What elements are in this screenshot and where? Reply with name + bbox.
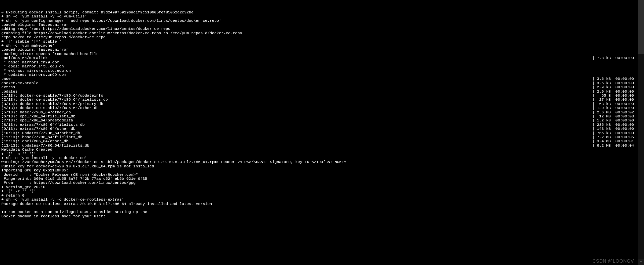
terminal-line: + sh -c 'yum install -y -q docker-ce-roo…	[1, 198, 643, 202]
terminal-line: + sh -c 'yum makecache'	[1, 44, 643, 48]
line-right: | 235 kB 00:00:00	[85, 123, 643, 127]
terminal-line: + sh -c 'yum install -y -q yum-utils'	[1, 14, 643, 18]
terminal-line: (13/13): updates/7/x86_64/filelists_db| …	[1, 144, 643, 148]
line-right: | 120 kB 00:00:00	[99, 106, 643, 110]
scrollbar-track[interactable]: ▴ ▾	[638, 0, 644, 265]
line-right: | 27 kB 00:00:00	[108, 98, 643, 102]
terminal-line: adding repo from: https://download.docke…	[1, 27, 643, 31]
line-right: | 765 kB 00:00:00	[80, 131, 643, 135]
terminal-line: (6/13): epel/x86_64/filelists_db| 12 MB …	[1, 114, 643, 118]
terminal-line: Public key for docker-ce-20.10.8-3.el7.x…	[1, 164, 643, 168]
terminal-line: * extras: mirrors.ustc.edu.cn	[1, 69, 643, 73]
line-left: Metadata Cache Created	[1, 148, 52, 152]
line-right: | 63 kB 00:00:00	[103, 102, 643, 106]
line-left: base	[1, 77, 11, 81]
terminal-line: Docker daemon in rootless mode for your …	[1, 214, 643, 218]
scroll-down-arrow-icon[interactable]: ▾	[638, 259, 644, 265]
scrollbar-thumb[interactable]	[638, 0, 644, 54]
terminal-line: To run Docker as a non-privileged user, …	[1, 210, 643, 214]
line-right: | 2.9 kB 00:00:00	[15, 85, 643, 89]
terminal-line: (12/13): epel/x86_64/other_db| 3.4 MB 00…	[1, 139, 643, 143]
terminal-line: (9/13): extras/7/x86_64/other_db| 143 kB…	[1, 127, 643, 131]
line-left: (7/13): epel/x86_64/prestodelta	[1, 118, 73, 122]
terminal-line: + sh -c 'yum-config-manager --add-repo h…	[1, 19, 643, 23]
terminal-line: + version_gte 20.10	[1, 185, 643, 189]
line-left: * updates: mirrors.cn99.com	[1, 73, 66, 77]
line-left: (4/13): docker-ce-stable/7/x86_64/other_…	[1, 106, 99, 110]
line-right: | 6.2 MB 00:00:04	[89, 144, 643, 148]
line-left: From : https://download.docker.com/linux…	[1, 181, 136, 185]
terminal-line: (4/13): docker-ce-stable/7/x86_64/other_…	[1, 106, 643, 110]
line-right: | 7.2 MB 00:00:05	[83, 135, 643, 139]
line-right: | 3.4 MB 00:00:01	[68, 139, 643, 143]
terminal-line: Loaded plugins: fastestmirror	[1, 48, 643, 52]
terminal-line: repo saved to /etc/yum.repos.d/docker-ce…	[1, 35, 643, 39]
terminal-line: + '[' -n '' ']'	[1, 152, 643, 156]
terminal-line: (8/13): extras/7/x86_64/filelists_db| 23…	[1, 123, 643, 127]
terminal-line: epel/x86_64/metalink| 7.8 kB 00:00:00	[1, 56, 643, 60]
terminal-line: (5/13): base/7/x86_64/other_db| 2.6 MB 0…	[1, 110, 643, 114]
terminal-line: Importing GPG key 0x621E9F35:	[1, 168, 643, 172]
line-left: extras	[1, 85, 15, 89]
line-left: Loaded plugins: fastestmirror	[1, 48, 68, 52]
terminal-line: Metadata Cache Created	[1, 148, 643, 152]
line-right: | 3.6 kB 00:00:00	[11, 77, 643, 81]
watermark: CSDN @LOONGV	[592, 259, 634, 263]
line-right: | 2.9 kB 00:00:00	[17, 90, 643, 94]
terminal-line: (7/13): epel/x86_64/prestodelta| 1.2 kB …	[1, 118, 643, 122]
line-left: Importing GPG key 0x621E9F35:	[1, 168, 68, 172]
line-right: | 12 MB 00:00:03	[75, 114, 643, 118]
line-right: | 2.6 MB 00:00:02	[71, 110, 643, 114]
line-left: + '[' -z '' ']'	[1, 189, 36, 193]
line-right: | 55 B 00:00:00	[103, 94, 643, 98]
terminal-line: Loading mirror speeds from cached hostfi…	[1, 52, 643, 56]
line-left: * epel: mirror.sjtu.edu.cn	[1, 64, 64, 68]
terminal-line: (2/13): docker-ce-stable/7/x86_64/fileli…	[1, 98, 643, 102]
terminal-output: # Executing docker install script, commi…	[1, 10, 643, 218]
terminal-line: * base: mirrors.cn99.com	[1, 60, 643, 64]
line-left: repo saved to /etc/yum.repos.d/docker-ce…	[1, 35, 106, 39]
line-left: (9/13): extras/7/x86_64/other_db	[1, 127, 75, 131]
terminal-line: (11/13): base/7/x86_64/filelists_db| 7.2…	[1, 135, 643, 139]
terminal-line: * epel: mirror.sjtu.edu.cn	[1, 64, 643, 68]
line-left: (2/13): docker-ce-stable/7/x86_64/fileli…	[1, 98, 108, 102]
terminal-line: * updates: mirrors.cn99.com	[1, 73, 643, 77]
terminal-line: From : https://download.docker.com/linux…	[1, 181, 643, 185]
line-right: | 1.2 kB 00:00:00	[73, 118, 643, 122]
line-left: Docker daemon in rootless mode for your …	[1, 214, 106, 218]
terminal-line: base| 3.6 kB 00:00:00	[1, 77, 643, 81]
terminal-line: docker-ce-stable| 3.5 kB 00:00:00	[1, 81, 643, 85]
line-left: (12/13): epel/x86_64/other_db	[1, 139, 68, 143]
line-left: To run Docker as a non-privileged user, …	[1, 210, 147, 214]
terminal-line: extras| 2.9 kB 00:00:00	[1, 85, 643, 89]
line-right: | 3.5 kB 00:00:00	[38, 81, 643, 85]
line-left: + sh -c 'yum install -y -q yum-utils'	[1, 14, 87, 18]
line-left: warning: /var/cache/yum/x86_64/7/docker-…	[1, 160, 346, 164]
terminal-line: warning: /var/cache/yum/x86_64/7/docker-…	[1, 160, 643, 164]
terminal-window[interactable]: # Executing docker install script, commi…	[0, 0, 644, 265]
line-right: | 143 kB 00:00:00	[75, 127, 643, 131]
line-left: epel/x86_64/metalink	[1, 56, 48, 60]
terminal-line: # Executing docker install script, commi…	[1, 10, 643, 14]
terminal-line: + '[' stable '!=' stable ']'	[1, 40, 643, 44]
terminal-line: (10/13): updates/7/x86_64/other_db| 765 …	[1, 131, 643, 135]
terminal-line: + '[' -z '' ']'	[1, 189, 643, 193]
line-left: + sh -c 'yum install -y -q docker-ce-roo…	[1, 198, 124, 202]
line-right: | 7.8 kB 00:00:00	[48, 56, 643, 60]
line-left: adding repo from: https://download.docke…	[1, 27, 170, 31]
